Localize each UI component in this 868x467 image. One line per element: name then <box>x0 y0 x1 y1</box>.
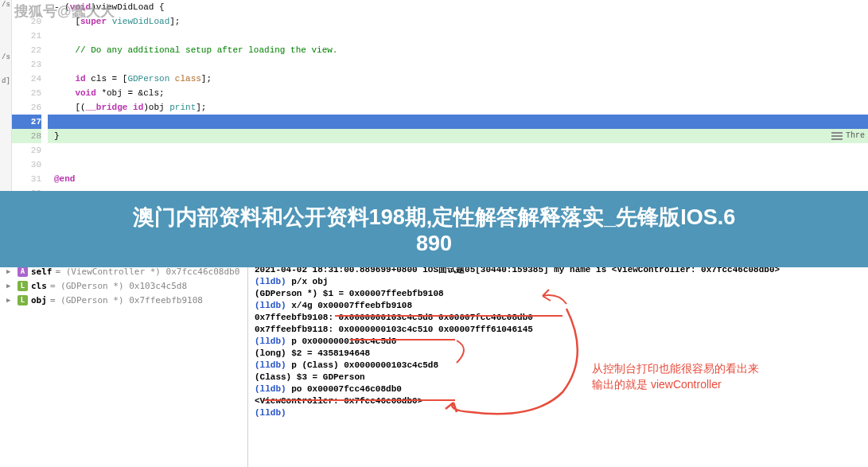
line-number[interactable]: 24 <box>12 72 41 86</box>
lldb-prompt: (lldb) <box>255 277 286 286</box>
code-line[interactable] <box>48 57 868 72</box>
lldb-command: x/4g 0x00007ffeebfb9108 <box>286 301 412 310</box>
variables-panel[interactable]: ▶Aself= (ViewController *) 0x7fcc46c08db… <box>0 261 248 467</box>
console-line: (lldb) p 0x0000000103c4c5d8 <box>255 336 862 348</box>
code-line[interactable]: } <box>48 129 868 143</box>
code-line[interactable] <box>48 115 868 129</box>
code-line[interactable]: [(__bridge id)obj print]; <box>48 100 868 115</box>
console-line: <ViewController: 0x7fcc46c08db0> <box>255 395 862 407</box>
banner-text-2: 890 <box>416 232 452 256</box>
overlay-banner: 澳门内部资料和公开资料198期,定性解答解释落实_先锋版IOS.6 890 <box>0 191 868 267</box>
console-line: (lldb) po 0x00007fcc46c08db0 <box>255 383 862 395</box>
variable-value: = (ViewController *) 0x7fcc46c08db0 <box>56 267 240 277</box>
line-number[interactable]: 27 <box>12 115 41 129</box>
lldb-command: p 0x0000000103c4c5d8 <box>286 337 397 346</box>
thread-label: Thre <box>846 129 865 143</box>
console-panel[interactable]: 2021-04-02 18:31:00.889699+0800 iOS面试题05… <box>248 261 868 467</box>
lldb-prompt: (lldb) <box>255 301 286 310</box>
code-line[interactable] <box>48 143 868 158</box>
variable-type-icon: L <box>18 295 28 305</box>
variable-name: cls <box>31 281 47 291</box>
annotation-text: 从控制台打印也能很容易的看出来 输出的就是 viewController <box>592 360 759 392</box>
lldb-prompt: (lldb) <box>255 384 286 394</box>
debug-area: ▶Aself= (ViewController *) 0x7fcc46c08db… <box>0 261 868 467</box>
lldb-command: po 0x00007fcc46c08db0 <box>286 384 402 394</box>
line-number[interactable]: 26 <box>12 100 41 115</box>
line-number[interactable]: 23 <box>12 57 41 72</box>
code-line[interactable]: - (void)viewDidLoad { <box>48 0 868 14</box>
variable-type-icon: L <box>18 281 28 291</box>
line-number[interactable]: 22 <box>12 43 41 57</box>
line-number[interactable]: 25 <box>12 86 41 100</box>
code-line[interactable] <box>48 158 868 172</box>
code-line[interactable] <box>48 29 868 43</box>
variable-value: = (GDPerson *) 0x7ffeebfb9108 <box>50 295 203 305</box>
disclosure-triangle-icon[interactable]: ▶ <box>6 267 14 275</box>
line-number[interactable]: 21 <box>12 29 41 43</box>
variable-value: = (GDPerson *) 0x103c4c5d8 <box>50 281 187 291</box>
menu-icon <box>831 132 843 140</box>
banner-text-1: 澳门内部资料和公开资料198期,定性解答解释落实_先锋版IOS.6 <box>133 203 736 232</box>
console-line: (lldb) <box>255 407 862 419</box>
console-line: 0x7ffeebfb9118: 0x0000000103c4c510 0x000… <box>255 324 862 336</box>
variable-name: self <box>31 267 53 277</box>
code-line[interactable]: // Do any additional setup after loading… <box>48 43 868 57</box>
code-line[interactable]: @end <box>48 172 868 186</box>
disclosure-triangle-icon[interactable]: ▶ <box>6 296 14 304</box>
line-status-green: Thre <box>828 129 868 143</box>
line-number[interactable]: 30 <box>12 158 41 172</box>
lldb-command: p/x obj <box>286 277 329 286</box>
line-number[interactable]: 29 <box>12 143 41 158</box>
lldb-command: p (Class) 0x0000000103c4c5d8 <box>286 360 438 370</box>
lldb-prompt: (lldb) <box>255 337 286 346</box>
variable-type-icon: A <box>18 267 28 277</box>
disclosure-triangle-icon[interactable]: ▶ <box>6 282 14 290</box>
annotation-line-2: 输出的就是 viewController <box>592 376 759 392</box>
code-line[interactable]: [super viewDidLoad]; <box>48 14 868 29</box>
variable-row[interactable]: ▶Lobj= (GDPerson *) 0x7ffeebfb9108 <box>6 293 241 307</box>
console-line: 0x7ffeebfb9108: 0x0000000103c4c5d8 0x000… <box>255 312 862 324</box>
line-number[interactable]: 31 <box>12 172 41 186</box>
gutter-marker: /s <box>0 53 11 62</box>
console-line: (GDPerson *) $1 = 0x00007ffeebfb9108 <box>255 288 862 300</box>
console-line: (lldb) x/4g 0x00007ffeebfb9108 <box>255 300 862 312</box>
annotation-line-1: 从控制台打印也能很容易的看出来 <box>592 360 759 376</box>
code-line[interactable]: id cls = [GDPerson class]; <box>48 72 868 86</box>
variable-name: obj <box>31 295 47 305</box>
console-line: (Class) $3 = GDPerson <box>255 372 862 383</box>
line-number[interactable]: 28 <box>12 129 41 143</box>
gutter-marker: /s <box>0 0 11 10</box>
watermark: 搜狐号@蠢大大 <box>14 2 115 21</box>
variable-row[interactable]: ▶Lcls= (GDPerson *) 0x103c4c5d8 <box>6 278 241 293</box>
lldb-prompt: (lldb) <box>255 360 286 370</box>
console-line: (long) $2 = 4358194648 <box>255 348 862 360</box>
gutter-marker: d] <box>0 76 11 86</box>
console-line: (lldb) p/x obj <box>255 276 862 288</box>
console-line: (lldb) p (Class) 0x0000000103c4c5d8 <box>255 360 862 372</box>
lldb-prompt: (lldb) <box>255 408 286 418</box>
code-line[interactable]: void *obj = &cls; <box>48 86 868 100</box>
